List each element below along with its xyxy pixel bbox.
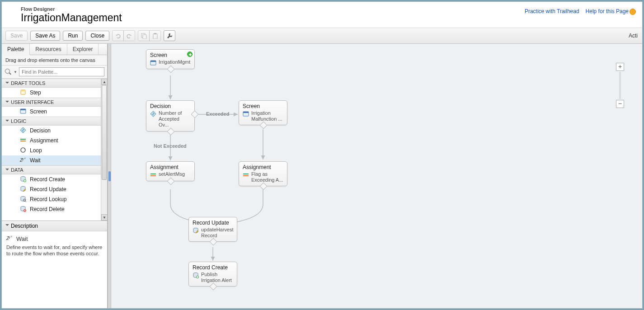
palette-search-row: ▼: [2, 66, 107, 79]
tab-explorer[interactable]: Explorer: [67, 44, 99, 55]
palette-category[interactable]: USER INTERFACE: [2, 98, 101, 107]
splitter-handle-icon[interactable]: [108, 171, 111, 181]
redo-button[interactable]: [123, 30, 135, 41]
palette-item-loop[interactable]: Loop: [2, 146, 101, 155]
scroll-down-icon[interactable]: ▼: [101, 214, 107, 221]
app-name: Flow Designer: [21, 6, 525, 12]
screen-icon: [243, 111, 249, 117]
palette-list: DRAFT TOOLSStepUSER INTERFACEScreenLOGIC…: [2, 79, 107, 221]
palette-scrollbar[interactable]: ▲ ▼: [101, 79, 107, 221]
palette-hint: Drag and drop elements onto the canvas: [2, 55, 107, 66]
description-section: Description Wait Define events to wait f…: [2, 221, 107, 308]
step-icon: [20, 89, 27, 96]
scroll-up-icon[interactable]: ▲: [101, 79, 107, 85]
palette-item-assignment[interactable]: Assignment: [2, 136, 101, 146]
undo-button[interactable]: [112, 30, 124, 41]
palette-item-record-create[interactable]: Record Create: [2, 174, 101, 184]
zoom-control: + −: [616, 63, 624, 108]
rcreate-icon: [20, 176, 27, 183]
settings-button[interactable]: [164, 30, 175, 41]
node-screen-irrigationmgmt[interactable]: Screen IrrigationMgmt: [146, 49, 195, 69]
node-record-create[interactable]: Record Create Publish Irrigation Alert: [188, 262, 237, 287]
palette-item-screen[interactable]: Screen: [2, 107, 101, 117]
assignment-icon: [243, 172, 249, 178]
record-create-icon: [193, 272, 199, 278]
run-button[interactable]: Run: [63, 31, 83, 41]
zoom-in-button[interactable]: +: [616, 63, 624, 71]
rlookup-icon: [20, 196, 27, 203]
main: Palette Resources Explorer Drag and drop…: [2, 44, 642, 308]
screen-icon: [150, 60, 156, 66]
palette-category[interactable]: DRAFT TOOLS: [2, 79, 101, 88]
copy-button[interactable]: [138, 30, 150, 41]
header-links: Practice with Trailhead Help for this Pa…: [525, 6, 636, 15]
undo-icon: [115, 33, 121, 39]
palette-category[interactable]: DATA: [2, 165, 101, 174]
screen-icon: [20, 108, 27, 115]
redo-icon: [126, 33, 132, 39]
node-decision[interactable]: Decision Number of Accepted Ov...: [146, 100, 195, 132]
palette-category[interactable]: LOGIC: [2, 117, 101, 126]
canvas[interactable]: Screen IrrigationMgmt Decision Number of…: [111, 44, 642, 308]
zoom-track[interactable]: [619, 72, 621, 99]
loop-icon: [20, 147, 27, 154]
decision-icon: [20, 127, 27, 134]
save-button[interactable]: Save: [5, 31, 28, 41]
palette-search-input[interactable]: [19, 67, 104, 76]
description-title: Wait: [16, 235, 28, 242]
search-dropdown-icon[interactable]: ▼: [14, 70, 17, 74]
wrench-icon: [166, 33, 173, 39]
node-assignment-flag[interactable]: Assignment Flag as Exceeding A...: [239, 161, 287, 186]
node-screen-malfunction[interactable]: Screen Irrigation Malfunction ...: [239, 100, 287, 125]
rdelete-icon: [20, 206, 27, 213]
palette-item-record-lookup[interactable]: Record Lookup: [2, 194, 101, 204]
copy-icon: [141, 33, 147, 39]
decision-icon: [150, 111, 156, 117]
close-button[interactable]: Close: [85, 31, 109, 41]
flow-designer-app: Flow Designer IrrigationManagement Pract…: [1, 1, 643, 309]
activate-label: Acti: [629, 33, 639, 39]
search-icon[interactable]: [5, 68, 12, 75]
header: Flow Designer IrrigationManagement Pract…: [2, 2, 642, 28]
toolbar: Save Save As Run Close Acti: [2, 28, 642, 44]
paste-button[interactable]: [149, 30, 161, 41]
palette-item-decision[interactable]: Decision: [2, 126, 101, 136]
help-link[interactable]: Help for this Page: [586, 8, 636, 15]
assignment-icon: [20, 137, 27, 144]
start-badge-icon: [187, 52, 193, 57]
description-text: Define events to wait for, and specify w…: [6, 244, 103, 257]
sidebar: Palette Resources Explorer Drag and drop…: [2, 44, 108, 308]
wait-icon: [6, 235, 14, 242]
edge-label-not-exceeded: Not Exceeded: [154, 143, 187, 149]
trailhead-link[interactable]: Practice with Trailhead: [525, 8, 579, 15]
tab-resources[interactable]: Resources: [30, 44, 67, 55]
tab-palette[interactable]: Palette: [2, 44, 30, 55]
flow-name: IrrigationManagement: [21, 12, 525, 24]
paste-icon: [152, 33, 158, 39]
palette-item-step[interactable]: Step: [2, 88, 101, 98]
scroll-thumb[interactable]: [102, 85, 107, 180]
wait-icon: [20, 157, 27, 164]
node-record-update[interactable]: Record Update updateHarvest Record: [188, 217, 237, 242]
node-assignment-setalertmsg[interactable]: Assignment setAlertMsg: [146, 161, 195, 181]
rupdate-icon: [20, 186, 27, 193]
splitter[interactable]: [108, 44, 111, 308]
palette-item-record-update[interactable]: Record Update: [2, 184, 101, 194]
help-icon: [630, 9, 636, 15]
edge-label-exceeded: Exceeded: [206, 111, 229, 117]
record-update-icon: [193, 227, 199, 234]
sidebar-tabs: Palette Resources Explorer: [2, 44, 107, 55]
palette-item-record-delete[interactable]: Record Delete: [2, 204, 101, 214]
zoom-out-button[interactable]: −: [616, 100, 624, 108]
assignment-icon: [150, 172, 156, 178]
description-header[interactable]: Description: [2, 221, 107, 231]
palette-item-wait[interactable]: Wait: [2, 155, 101, 165]
save-as-button[interactable]: Save As: [30, 31, 60, 41]
